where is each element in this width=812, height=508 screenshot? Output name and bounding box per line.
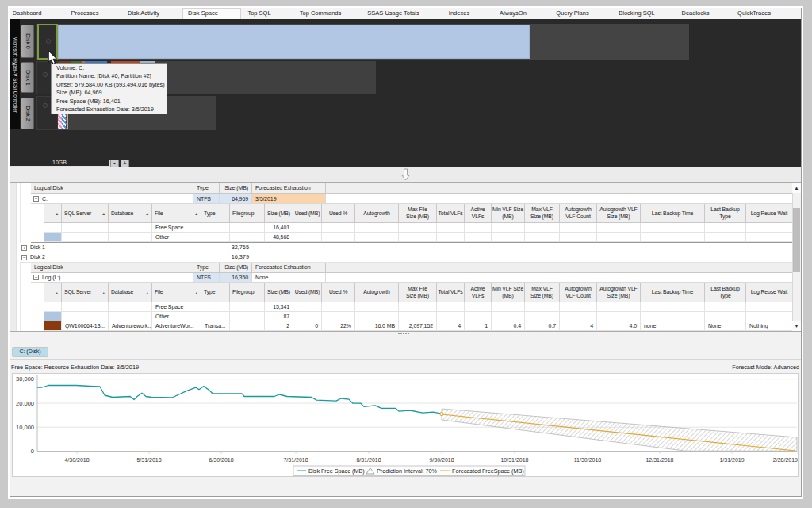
svg-text:2/28/2019: 2/28/2019 (773, 457, 798, 463)
svg-text:Forecasted FreeSpace (MB): Forecasted FreeSpace (MB) (452, 468, 524, 475)
svg-text:20,000: 20,000 (16, 400, 34, 407)
svg-text:Disk Free Space (MB): Disk Free Space (MB) (308, 468, 365, 475)
svg-text:4/30/2018: 4/30/2018 (64, 457, 89, 463)
svg-text:12/31/2018: 12/31/2018 (645, 457, 673, 463)
svg-text:Prediction Interval: 70%: Prediction Interval: 70% (377, 468, 438, 475)
svg-text:11/30/2018: 11/30/2018 (574, 457, 602, 463)
svg-text:30,000: 30,000 (16, 375, 34, 383)
svg-text:10/31/2018: 10/31/2018 (500, 457, 528, 463)
svg-text:1/31/2019: 1/31/2019 (719, 457, 744, 463)
svg-text:7/31/2018: 7/31/2018 (283, 457, 308, 463)
svg-text:9/30/2018: 9/30/2018 (429, 457, 454, 463)
svg-text:0: 0 (31, 448, 34, 455)
svg-text:10,000: 10,000 (16, 424, 34, 431)
svg-text:8/31/2018: 8/31/2018 (356, 457, 381, 463)
svg-text:6/30/2018: 6/30/2018 (209, 457, 233, 463)
svg-text:5/31/2018: 5/31/2018 (136, 457, 161, 463)
